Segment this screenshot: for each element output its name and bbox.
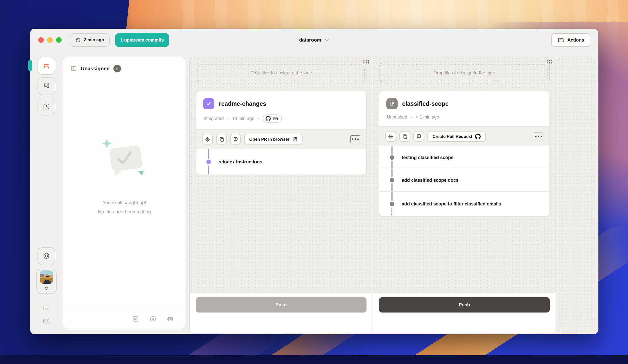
commit-dot <box>206 160 211 164</box>
branch-name: readme-changes <box>219 100 266 107</box>
commit-rail <box>391 146 392 154</box>
push-button[interactable]: Push <box>379 297 550 313</box>
user-avatar <box>40 270 53 284</box>
user-switcher[interactable] <box>36 269 57 294</box>
sidebar-tab-branches[interactable] <box>37 77 55 95</box>
crosshair-plus-button[interactable] <box>202 134 213 145</box>
crosshair-plus-button[interactable] <box>385 131 396 142</box>
copy-icon <box>402 134 408 139</box>
chevron-updown-icon <box>44 284 49 293</box>
ellipsis-icon <box>352 138 354 140</box>
open-pr-button[interactable]: Open PR in browser <box>244 134 303 145</box>
close-window-button[interactable] <box>38 37 44 43</box>
gear-icon <box>42 252 50 260</box>
history-clock-icon <box>42 102 50 111</box>
frame-plus-button[interactable] <box>230 134 241 145</box>
lane-footer: Push <box>373 292 556 333</box>
commit-row[interactable]: reindex instructions <box>196 149 366 175</box>
commit-rail <box>208 149 209 159</box>
drop-zone[interactable]: Drop files to assign to the lane <box>379 63 550 83</box>
keyboard-icon <box>43 304 50 311</box>
overflow-menu-button[interactable] <box>534 133 544 140</box>
lane-readme-changes: Drop files to assign to the lane readme-… <box>190 57 373 333</box>
keyboard-shortcuts-button[interactable] <box>43 301 50 314</box>
branch-status: Unpushed <box>387 114 407 120</box>
branch-card-header[interactable]: readme-changes Integrated 14 min ago PR <box>196 91 366 129</box>
overflow-menu-button[interactable] <box>350 135 360 143</box>
branches-icon <box>42 82 50 90</box>
branch-card: classified-scope Unpushed < 1 min ago <box>379 91 550 216</box>
push-button[interactable]: Push <box>196 297 367 313</box>
drop-zone[interactable]: Drop files to assign to the lane <box>196 63 367 83</box>
feedback-mail-button[interactable] <box>43 314 50 328</box>
chevron-down-icon <box>324 37 329 43</box>
branch-name: classified-scope <box>402 100 449 107</box>
mail-icon <box>43 317 50 325</box>
commit-row[interactable]: add classified scope docs <box>379 169 550 191</box>
separator-dot <box>258 116 259 121</box>
empty-state-illustration <box>95 134 154 183</box>
branch-status-row: Integrated 14 min ago PR <box>203 114 359 123</box>
commit-rail-dotted <box>391 207 392 216</box>
branch-card-header[interactable]: classified-scope Unpushed < 1 min ago <box>379 91 550 126</box>
branch-status-row: Unpushed < 1 min ago <box>386 114 542 120</box>
commit-rail <box>391 192 392 201</box>
commit-dot <box>390 202 394 206</box>
commit-dot <box>390 155 394 160</box>
open-source-icon[interactable] <box>149 315 156 322</box>
settings-button[interactable] <box>37 247 55 265</box>
lane-footer: Push <box>190 292 373 333</box>
workspace-active-indicator <box>28 60 32 71</box>
upstream-commits-badge[interactable]: 1 upstream commits <box>115 33 169 47</box>
new-lane-area[interactable] <box>557 57 595 333</box>
sync-status-button[interactable]: 2 min ago <box>70 33 110 47</box>
commit-row[interactable]: testing classified scope <box>379 146 550 169</box>
commit-message: reindex instructions <box>218 159 262 165</box>
commit-message: add classified scope to filter classifie… <box>402 201 501 207</box>
butler-table-icon <box>42 62 50 70</box>
icon-rail <box>37 57 56 328</box>
branch-card-toolbar: Create Pull Request <box>379 126 550 146</box>
commit-message: add classified scope docs <box>402 178 459 183</box>
commit-rail <box>391 183 392 191</box>
project-name: dataroom <box>299 37 321 43</box>
unassigned-header: Unassigned 0 <box>63 57 186 75</box>
titlebar: 2 min ago 1 upstream commits dataroom Ac… <box>30 29 598 51</box>
split-panel-icon <box>70 65 77 72</box>
separator-dot <box>411 114 412 120</box>
ellipsis-icon <box>535 136 537 137</box>
feedback-note-icon[interactable] <box>132 315 139 322</box>
project-switcher[interactable]: dataroom <box>299 37 330 43</box>
branch-card: readme-changes Integrated 14 min ago PR <box>196 91 367 175</box>
github-icon <box>266 116 271 121</box>
branch-status-badge <box>386 98 398 109</box>
commit-dot <box>390 178 394 183</box>
check-icon <box>205 100 212 107</box>
lane-classified-scope: Drop files to assign to the lane classif… <box>373 57 556 333</box>
actions-label: Actions <box>567 37 584 43</box>
copy-button[interactable] <box>399 131 410 142</box>
frame-plus-icon <box>416 134 422 139</box>
create-pr-button[interactable]: Create Pull Request <box>427 131 486 142</box>
branch-card-toolbar: Open PR in browser <box>196 129 366 149</box>
unassigned-footer <box>63 309 186 329</box>
app-window: 2 min ago 1 upstream commits dataroom Ac… <box>30 29 598 334</box>
commit-row[interactable]: add classified scope to filter classifie… <box>379 191 550 216</box>
discord-icon[interactable] <box>167 315 174 322</box>
actions-button[interactable]: Actions <box>551 33 590 47</box>
sparkle-box-icon <box>557 37 564 44</box>
sidebar-tab-history[interactable] <box>37 98 55 115</box>
frame-plus-button[interactable] <box>413 131 424 142</box>
unassigned-panel: Unassigned 0 You're all caught up! No fi… <box>63 57 186 329</box>
sidebar-tab-workspace[interactable] <box>37 57 55 75</box>
minimize-window-button[interactable] <box>47 37 53 43</box>
zoom-window-button[interactable] <box>56 37 62 43</box>
frame-plus-icon <box>233 136 239 142</box>
commit-message: testing classified scope <box>402 155 453 160</box>
github-icon <box>475 134 481 139</box>
commit-rail-dotted <box>208 165 209 175</box>
branch-icon <box>389 100 395 107</box>
copy-button[interactable] <box>216 134 227 145</box>
pr-badge[interactable]: PR <box>263 114 282 123</box>
wallpaper-bottom-strip <box>0 355 628 364</box>
